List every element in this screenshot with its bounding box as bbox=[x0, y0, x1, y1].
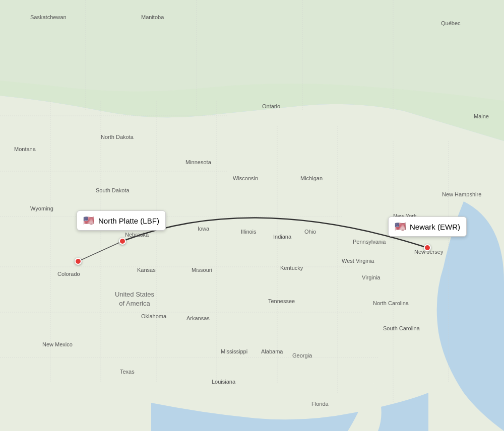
flag-us-lbf: 🇺🇸 bbox=[83, 215, 94, 226]
ewr-label-text: Newark (EWR) bbox=[410, 223, 460, 231]
point-lbf bbox=[119, 238, 126, 245]
point-ewr bbox=[424, 244, 431, 251]
map-container: Saskatchewan Manitoba Ontario Québec Mai… bbox=[0, 0, 504, 431]
map-svg bbox=[0, 0, 504, 431]
flag-us-ewr: 🇺🇸 bbox=[395, 221, 406, 232]
label-newark[interactable]: 🇺🇸 Newark (EWR) bbox=[388, 217, 467, 237]
label-north-platte[interactable]: 🇺🇸 North Platte (LBF) bbox=[77, 210, 166, 231]
lbf-label-text: North Platte (LBF) bbox=[98, 217, 159, 225]
point-colorado bbox=[75, 258, 82, 265]
